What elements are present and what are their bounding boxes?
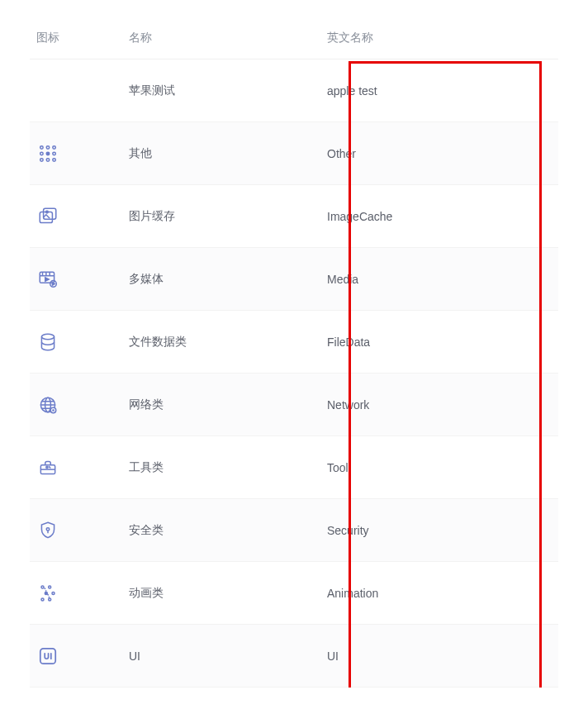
cell-icon [30,205,129,228]
cell-english: Media [327,273,558,286]
cell-name: 动画类 [129,586,327,601]
table-row[interactable]: 文件数据类FileData [30,311,558,374]
table-row[interactable]: 动画类Animation [30,562,558,625]
cell-english: Network [327,398,558,412]
cell-icon [30,645,129,668]
cell-icon [30,582,129,605]
cell-icon [30,268,129,291]
table-row[interactable]: 安全类Security [30,499,558,562]
cell-name: 工具类 [129,460,327,475]
svg-point-21 [41,585,44,588]
cell-icon [30,456,129,479]
svg-point-7 [46,158,49,160]
ui-icon [36,645,59,668]
cell-name: 多媒体 [129,272,327,287]
cell-name: 其他 [129,146,327,161]
table-row[interactable]: 苹果测试apple test [30,59,558,122]
toolbox-icon [36,456,59,479]
table-row[interactable]: 网络类Network [30,374,558,436]
svg-point-5 [53,152,55,155]
cell-icon [30,519,129,542]
shield-icon [36,519,59,542]
svg-point-19 [46,466,48,468]
svg-point-6 [40,158,43,160]
globe-icon [36,393,59,416]
cell-name: 苹果测试 [129,83,327,98]
table-row[interactable]: 其他Other [30,122,558,185]
header-icon: 图标 [30,31,129,45]
svg-point-8 [53,158,55,160]
svg-point-1 [46,145,49,148]
image-icon [36,205,59,228]
cell-english: ImageCache [327,210,558,223]
cell-name: 安全类 [129,523,327,538]
header-english: 英文名称 [327,31,558,45]
animation-icon [36,582,59,605]
cell-name: 图片缓存 [129,209,327,224]
cell-english: FileData [327,335,558,349]
cell-name: UI [129,650,327,663]
category-table: 图标 名称 英文名称 苹果测试apple test其他Other图片缓存Imag… [30,17,558,688]
media-icon [36,268,59,291]
cell-english: Animation [327,587,558,600]
cell-icon [30,393,129,416]
cell-english: apple test [327,84,558,98]
svg-point-4 [46,152,49,155]
table-row[interactable]: 图片缓存ImageCache [30,185,558,248]
svg-point-23 [45,592,47,594]
cell-name: 文件数据类 [129,335,327,350]
cell-english: Security [327,524,558,537]
header-name: 名称 [129,31,327,45]
svg-point-24 [52,592,55,594]
svg-rect-9 [40,212,52,222]
grid-icon [36,142,59,165]
table-row[interactable]: UIUI [30,625,558,688]
cell-english: UI [327,650,558,663]
table-header: 图标 名称 英文名称 [30,17,558,59]
svg-point-2 [53,145,55,148]
cell-name: 网络类 [129,397,327,412]
cell-icon [30,331,129,354]
cell-icon [30,142,129,165]
database-icon [36,331,59,354]
svg-point-14 [41,334,54,340]
svg-point-22 [49,585,51,588]
table-row[interactable]: 工具类Tool [30,436,558,499]
cell-english: Other [327,147,558,160]
svg-point-3 [40,152,43,155]
cell-english: Tool [327,461,558,474]
table-row[interactable]: 多媒体Media [30,248,558,311]
svg-point-25 [41,598,44,601]
svg-point-26 [49,598,51,601]
svg-point-0 [40,145,43,148]
svg-point-20 [46,527,49,530]
